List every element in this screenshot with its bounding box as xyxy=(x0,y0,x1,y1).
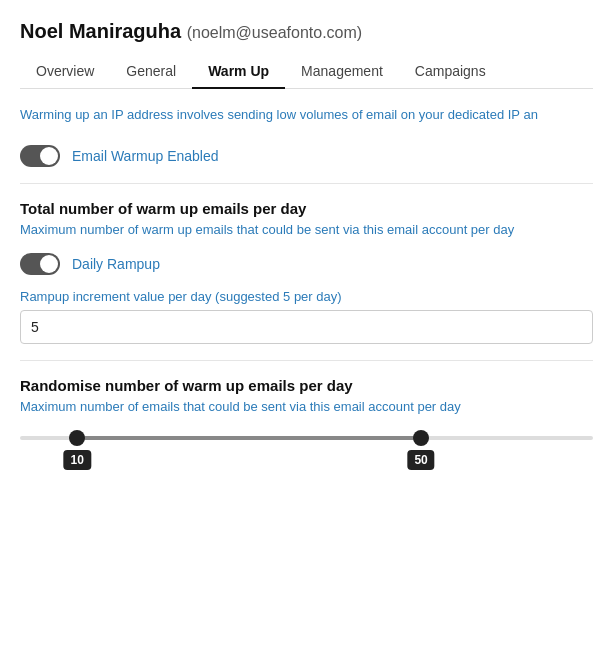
tab-general[interactable]: General xyxy=(110,55,192,89)
tab-overview[interactable]: Overview xyxy=(20,55,110,89)
rampup-input[interactable] xyxy=(20,310,593,344)
tab-campaigns[interactable]: Campaigns xyxy=(399,55,502,89)
page-header: Noel Maniraguha (noelm@useafonto.com) Ov… xyxy=(0,0,613,89)
total-warmup-section: Total number of warm up emails per day M… xyxy=(20,200,593,239)
divider-2 xyxy=(20,360,593,361)
user-name: Noel Maniraguha xyxy=(20,20,181,42)
total-warmup-desc: Maximum number of warm up emails that co… xyxy=(20,221,593,239)
slider-thumb-max[interactable] xyxy=(413,430,429,446)
user-email: (noelm@useafonto.com) xyxy=(187,24,362,41)
email-warmup-label: Email Warmup Enabled xyxy=(72,148,219,164)
daily-rampup-label: Daily Rampup xyxy=(72,256,160,272)
daily-rampup-toggle[interactable] xyxy=(20,253,60,275)
slider-max-badge: 50 xyxy=(407,450,434,470)
tab-bar: Overview General Warm Up Management Camp… xyxy=(20,55,593,89)
slider-track xyxy=(20,436,593,440)
user-title: Noel Maniraguha (noelm@useafonto.com) xyxy=(20,20,593,43)
divider-1 xyxy=(20,183,593,184)
email-warmup-section: Email Warmup Enabled xyxy=(20,145,593,167)
main-content: Warming up an IP address involves sendin… xyxy=(0,89,613,494)
randomise-title: Randomise number of warm up emails per d… xyxy=(20,377,593,394)
daily-rampup-toggle-row: Daily Rampup xyxy=(20,253,593,275)
slider-min-badge: 10 xyxy=(64,450,91,470)
slider-thumb-min[interactable] xyxy=(69,430,85,446)
email-warmup-toggle-row: Email Warmup Enabled xyxy=(20,145,593,167)
daily-rampup-section: Daily Rampup Rampup increment value per … xyxy=(20,253,593,344)
warmup-description: Warming up an IP address involves sendin… xyxy=(20,105,593,125)
slider-fill xyxy=(77,436,421,440)
total-warmup-title: Total number of warm up emails per day xyxy=(20,200,593,217)
range-slider: 10 50 xyxy=(20,436,593,470)
tab-management[interactable]: Management xyxy=(285,55,399,89)
randomise-section: Randomise number of warm up emails per d… xyxy=(20,377,593,470)
randomise-desc: Maximum number of emails that could be s… xyxy=(20,398,593,416)
email-warmup-toggle[interactable] xyxy=(20,145,60,167)
tab-warmup[interactable]: Warm Up xyxy=(192,55,285,89)
rampup-field-label: Rampup increment value per day (suggeste… xyxy=(20,289,593,304)
